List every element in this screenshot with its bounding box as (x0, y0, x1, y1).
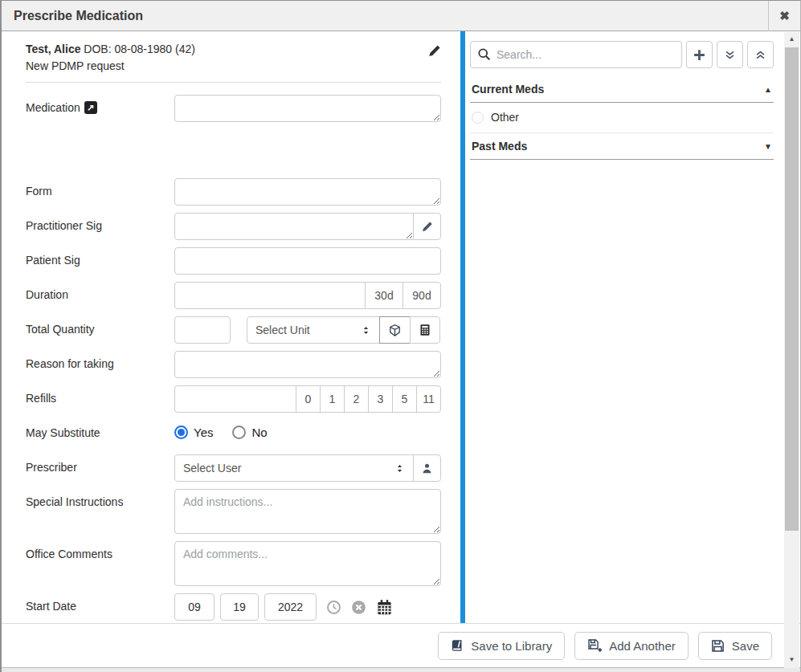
quantity-calculator-button[interactable] (410, 316, 440, 344)
set-time-button[interactable] (326, 600, 341, 615)
other-med-option[interactable]: Other (470, 103, 774, 133)
dispense-package-button[interactable] (379, 316, 411, 344)
patient-dob: DOB: 08-08-1980 (42) (84, 43, 195, 55)
office-comments-label: Office Comments (26, 541, 174, 560)
patient-sig-label: Patient Sig (26, 247, 174, 267)
practitioner-sig-input[interactable] (174, 213, 414, 240)
refills-2-button[interactable]: 2 (344, 385, 369, 413)
modal-title: Prescribe Medication (2, 9, 768, 23)
reason-label: Reason for taking (26, 351, 174, 370)
duration-30d-button[interactable]: 30d (365, 282, 403, 309)
substitute-yes-label: Yes (194, 426, 213, 439)
unit-select[interactable]: Select Unit (247, 316, 380, 344)
office-comments-row: Office Comments (26, 541, 441, 586)
unit-select-value: Select Unit (255, 324, 361, 336)
form-input[interactable] (174, 178, 441, 206)
clock-icon (326, 600, 341, 615)
modal-footer: Save to Library Add Another Save (2, 623, 800, 667)
collapse-all-button[interactable] (747, 41, 774, 68)
special-instructions-label: Special Instructions (26, 489, 174, 508)
start-year-input[interactable] (264, 593, 317, 621)
may-substitute-label: May Substitute (26, 420, 174, 439)
save-floppy-icon (711, 639, 725, 653)
edit-sig-button[interactable] (413, 213, 441, 240)
edit-patient-button[interactable] (427, 43, 441, 58)
medication-row: Medication ↗ (26, 95, 441, 122)
meds-search-input[interactable] (470, 41, 682, 68)
person-icon (421, 462, 433, 474)
pdmp-request-note: New PDMP request (26, 59, 427, 72)
quantity-input[interactable] (174, 316, 231, 344)
reason-input[interactable] (174, 351, 441, 378)
refills-1-button[interactable]: 1 (320, 385, 345, 413)
patient-divider (26, 82, 441, 83)
clear-start-date-button[interactable] (351, 600, 366, 615)
medication-label: Medication (26, 101, 80, 114)
select-arrows-icon (361, 324, 371, 336)
duration-90d-button[interactable]: 90d (403, 282, 441, 309)
refills-input[interactable] (174, 385, 296, 413)
substitute-no-option[interactable]: No (232, 426, 267, 439)
page-background-strip (2, 667, 800, 672)
refills-3-button[interactable]: 3 (368, 385, 393, 413)
form-row: Form (26, 178, 441, 206)
save-button[interactable]: Save (698, 632, 772, 660)
current-meds-header[interactable]: Current Meds ▲ (470, 78, 774, 103)
library-book-icon (451, 639, 464, 652)
duration-row: Duration 30d 90d (26, 282, 441, 309)
current-meds-title: Current Meds (472, 83, 544, 96)
calendar-icon (376, 599, 393, 616)
refills-row: Refills 0 1 2 3 5 11 (26, 385, 441, 413)
add-another-label: Add Another (609, 639, 676, 653)
patient-header: Test, Alice DOB: 08-08-1980 (42) New PDM… (26, 43, 441, 72)
pencil-icon (427, 44, 441, 58)
scroll-up-arrow[interactable]: ▲ (784, 32, 799, 46)
medication-label-wrap: Medication ↗ (26, 95, 174, 114)
start-month-input[interactable] (174, 593, 215, 621)
patient-name-dob: Test, Alice DOB: 08-08-1980 (42) (26, 43, 427, 55)
refills-0-button[interactable]: 0 (296, 385, 321, 413)
medication-external-link-icon[interactable]: ↗ (84, 101, 97, 114)
expand-all-button[interactable] (717, 41, 743, 68)
save-plus-icon (587, 638, 602, 653)
save-to-library-label: Save to Library (471, 639, 552, 653)
save-label: Save (732, 639, 759, 653)
x-circle-icon (351, 600, 366, 615)
refills-11-button[interactable]: 11 (416, 385, 441, 413)
patient-name: Test, Alice (26, 43, 80, 55)
scroll-down-arrow[interactable]: ▼ (784, 653, 799, 666)
total-quantity-row: Total Quantity Select Unit (26, 316, 441, 344)
reason-row: Reason for taking (26, 351, 441, 378)
office-comments-input[interactable] (174, 541, 441, 586)
save-to-library-button[interactable]: Save to Library (438, 632, 565, 660)
duration-input[interactable] (174, 282, 366, 309)
plus-icon (693, 48, 706, 62)
other-label: Other (491, 111, 519, 124)
add-another-button[interactable]: Add Another (574, 632, 689, 660)
patient-sig-input[interactable] (174, 247, 441, 275)
select-arrows-icon (394, 462, 405, 474)
substitute-yes-option[interactable]: Yes (174, 426, 213, 439)
refills-5-button[interactable]: 5 (392, 385, 417, 413)
past-meds-header[interactable]: Past Meds ▼ (470, 135, 774, 160)
total-quantity-label: Total Quantity (26, 316, 174, 336)
vertical-scrollbar[interactable]: ▲ ▼ (784, 32, 799, 668)
start-day-input[interactable] (220, 593, 259, 621)
medication-input[interactable] (174, 95, 441, 122)
meds-panel: Current Meds ▲ Other Past Meds ▼ (465, 31, 800, 623)
close-button[interactable]: ✖ (768, 1, 800, 31)
start-date-label: Start Date (26, 593, 174, 613)
patient-sig-row: Patient Sig (26, 247, 441, 275)
radio-unselected-icon (232, 426, 246, 439)
radio-selected-icon (174, 426, 188, 439)
special-instructions-input[interactable] (174, 489, 441, 534)
start-date-calendar-button[interactable] (376, 599, 393, 616)
prescriber-select[interactable]: Select User (174, 454, 414, 482)
scrollbar-thumb[interactable] (785, 47, 799, 531)
select-current-user-button[interactable] (413, 454, 441, 482)
practitioner-sig-label: Practitioner Sig (26, 213, 174, 232)
calculator-icon (419, 324, 431, 336)
search-icon (477, 47, 491, 61)
add-medication-button[interactable] (686, 41, 713, 68)
double-chevron-down-icon (724, 49, 736, 61)
